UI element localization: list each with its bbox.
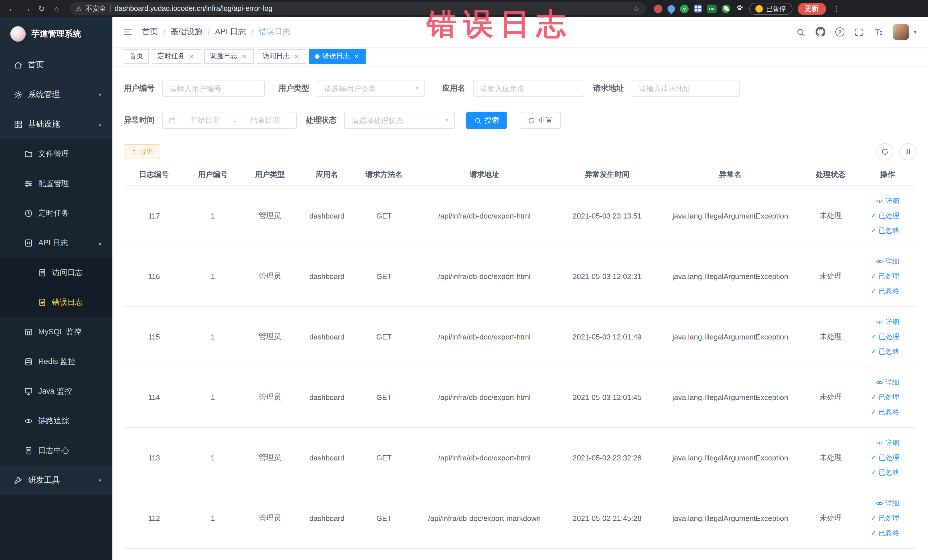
user-type-select[interactable] (317, 80, 425, 97)
processed-link[interactable]: ✓已处理 (861, 269, 899, 284)
sidebar-item-config-management[interactable]: 配置管理 (0, 169, 112, 198)
search-button[interactable]: 搜索 (466, 112, 507, 129)
processed-link[interactable]: ✓已处理 (861, 390, 899, 404)
ignored-link[interactable]: ✓已忽略 (861, 525, 899, 540)
reload-icon[interactable]: ↻ (35, 4, 48, 13)
app-name-input[interactable] (473, 80, 584, 97)
export-icon (131, 148, 137, 155)
breadcrumb-item[interactable]: 首页 (142, 27, 158, 37)
exception-time-range-picker[interactable]: 开始日期 - 结束日期 (162, 112, 297, 129)
cell-log-id: 117 (124, 185, 184, 246)
hamburger-icon[interactable] (123, 27, 133, 37)
tab-scheduled-jobs[interactable]: 定时任务 × (152, 49, 201, 64)
bookmark-star-icon[interactable]: ☆ (633, 4, 640, 13)
sidebar-item-file-management[interactable]: 文件管理 (0, 139, 112, 169)
back-icon[interactable]: ← (6, 4, 18, 13)
ignored-link[interactable]: ✓已忽略 (861, 404, 899, 420)
eye-icon (876, 439, 883, 447)
blue-drop-extension-icon[interactable] (666, 3, 677, 14)
sidebar-item-java-monitor[interactable]: Java 监控 (0, 377, 112, 406)
refresh-table-button[interactable] (876, 143, 893, 160)
sidebar-menu: 首页 系统管理 ▼ 基础设施 ▲ 文件管理 配置 (0, 50, 112, 560)
gear-icon (14, 90, 23, 99)
profile-paused-badge[interactable]: 已暂停 (749, 3, 792, 15)
help-icon[interactable]: ? (835, 27, 844, 37)
cell-method: GET (356, 427, 412, 488)
detail-link[interactable]: 详细 (861, 194, 899, 208)
home-icon (14, 61, 23, 70)
sidebar-item-error-log[interactable]: 错误日志 (0, 288, 112, 317)
font-size-icon[interactable] (873, 27, 883, 37)
forward-icon[interactable]: → (21, 4, 33, 13)
sidebar-item-scheduled-jobs[interactable]: 定时任务 (0, 198, 112, 228)
eye-icon (876, 197, 883, 204)
browser-update-button[interactable]: 更新 (797, 3, 826, 15)
close-icon[interactable]: × (240, 52, 248, 60)
processed-link[interactable]: ✓已处理 (861, 329, 899, 344)
processed-link[interactable]: ✓已处理 (861, 208, 899, 223)
user-id-input[interactable] (162, 80, 265, 97)
tab-home[interactable]: 首页 (124, 49, 149, 64)
cell-request-url: /api/infra/db-doc/export-html (412, 185, 556, 246)
search-icon[interactable] (796, 27, 806, 37)
breadcrumb-item[interactable]: 基础设施 (171, 27, 203, 37)
refresh-icon (881, 148, 889, 156)
export-button[interactable]: 导出 (124, 144, 160, 159)
cell-user-type: 管理员 (241, 427, 298, 488)
github-ic0n[interactable] (815, 27, 826, 37)
detail-link[interactable]: 详细 (861, 254, 899, 269)
grid-extension-icon[interactable] (694, 5, 702, 12)
browser-home-icon[interactable]: ⌂ (50, 4, 63, 13)
ignored-link[interactable]: ✓已忽略 (861, 465, 899, 480)
breadcrumb-item[interactable]: API 日志 (215, 27, 246, 37)
tab-access-log[interactable]: 访问日志 × (257, 49, 307, 64)
cell-status: 未处理 (803, 185, 859, 246)
ignored-link[interactable]: ✓已忽略 (861, 344, 899, 359)
sidebar-logo[interactable]: 芋道管理系统 (0, 17, 112, 50)
browser-menu-icon[interactable]: ⋮ (833, 4, 840, 13)
detail-link[interactable]: 详细 (861, 435, 899, 450)
request-url-input[interactable] (631, 80, 740, 97)
cell-user-id: 1 (184, 307, 241, 367)
proxy-on-extension-icon[interactable]: on (707, 4, 717, 13)
process-status-select[interactable] (344, 112, 455, 129)
sidebar-item-infrastructure[interactable]: 基础设施 ▲ (0, 110, 112, 139)
chevron-down-icon[interactable]: ▼ (913, 29, 917, 35)
sidebar-item-home[interactable]: 首页 (0, 50, 112, 80)
paw-extension-icon[interactable] (736, 3, 744, 14)
col-status: 处理状态 (803, 164, 859, 185)
sidebar-item-redis-monitor[interactable]: Redis 监控 (0, 347, 112, 377)
page-content: 用户编号 用户类型 ▼ 应用名 请 (112, 66, 928, 549)
column-settings-button[interactable] (899, 143, 916, 160)
processed-link[interactable]: ✓已处理 (861, 450, 899, 465)
tab-label: 调度日志 (210, 51, 237, 61)
sidebar-item-dev-tools[interactable]: 研发工具 ▼ (0, 465, 112, 495)
tab-schedule-log[interactable]: 调度日志 × (204, 49, 254, 64)
sidebar-item-mysql-monitor[interactable]: MySQL 监控 (0, 317, 112, 347)
detail-link[interactable]: 详细 (861, 375, 899, 390)
cell-request-url: /api/infra/db-doc/export-html (412, 307, 556, 367)
close-icon[interactable]: × (353, 52, 360, 60)
address-bar[interactable]: ⚠ 不安全 dashboard.yudao.iocoder.cn/infra/l… (70, 2, 646, 15)
ignored-link[interactable]: ✓已忽略 (861, 284, 899, 298)
sidebar-item-log-center[interactable]: 日志中心 (0, 436, 112, 465)
detail-link[interactable]: 详细 (861, 314, 899, 329)
processed-link[interactable]: ✓已处理 (861, 511, 899, 525)
sidebar-item-trace[interactable]: 链路追踪 (0, 406, 112, 436)
sidebar-item-system-management[interactable]: 系统管理 ▼ (0, 80, 112, 110)
sidebar-item-access-log[interactable]: 访问日志 (0, 258, 112, 288)
leaf-extension-icon[interactable] (722, 4, 730, 13)
reset-button[interactable]: 重置 (520, 112, 561, 129)
close-icon[interactable]: × (293, 52, 301, 60)
sidebar-item-api-log[interactable]: API 日志 ▲ (0, 228, 112, 258)
user-avatar[interactable] (893, 24, 909, 40)
close-icon[interactable]: × (188, 52, 196, 60)
sidebar-item-label: 研发工具 (28, 475, 60, 485)
fullscreen-icon[interactable] (854, 27, 864, 37)
red-extension-icon[interactable] (654, 4, 662, 13)
columns-icon (904, 148, 912, 156)
vue-devtools-extension-icon[interactable] (680, 4, 688, 13)
ignored-link[interactable]: ✓已忽略 (861, 223, 899, 238)
detail-link[interactable]: 详细 (861, 496, 899, 511)
tab-error-log[interactable]: 错误日志 × (309, 49, 366, 64)
